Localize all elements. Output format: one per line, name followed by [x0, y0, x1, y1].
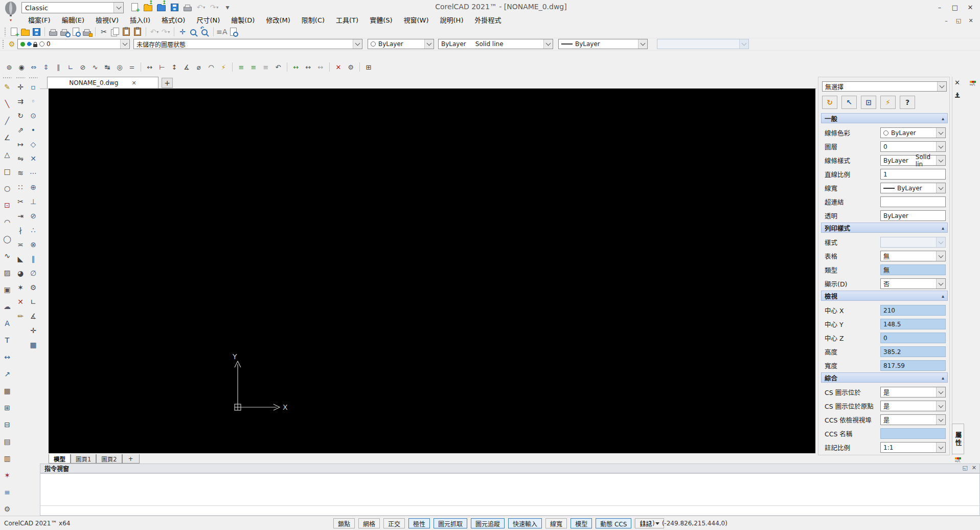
redo-button[interactable]: ↷▾: [209, 2, 220, 13]
sheet-tab-2[interactable]: 圖頁2: [96, 454, 122, 463]
workspace-dropdown[interactable]: Classic: [21, 2, 124, 13]
menu-item-1[interactable]: 編輯(E): [56, 15, 90, 26]
ortho-mode-button[interactable]: ∟: [28, 296, 39, 307]
snap-endpoint-button[interactable]: ▫: [28, 81, 39, 93]
property-input[interactable]: [880, 196, 946, 207]
toolbar-options-button[interactable]: ▾: [222, 2, 233, 13]
zoom-dynamic-button[interactable]: [188, 26, 199, 37]
undo-button[interactable]: ↶▾: [195, 2, 207, 13]
status-toggle-5[interactable]: 圖元追蹤: [471, 518, 505, 528]
rotate-tool-button[interactable]: ↻: [15, 110, 26, 121]
array-tool-button[interactable]: ∷: [15, 182, 26, 193]
doc-minimize-button[interactable]: –: [940, 16, 952, 26]
print-preview-button[interactable]: [59, 26, 70, 37]
menu-item-2[interactable]: 檢視(V): [90, 15, 124, 26]
collapse-icon[interactable]: ▴: [942, 225, 944, 231]
selection-dropdown[interactable]: 無選擇: [822, 81, 947, 92]
import-drawing-button[interactable]: [155, 2, 167, 13]
text-tool-button[interactable]: A: [2, 318, 13, 329]
region-tool-button[interactable]: ▣: [2, 284, 13, 295]
constraint-coincident-button[interactable]: ⊚: [3, 61, 15, 73]
layer-dropdown[interactable]: 0: [17, 39, 130, 49]
snap-nearest-button[interactable]: ∴: [28, 225, 39, 236]
section-header-3[interactable]: 綜合▴: [821, 372, 948, 383]
menu-item-3[interactable]: 插入(I): [124, 15, 156, 26]
restore-constraints-button[interactable]: ↶: [272, 61, 284, 73]
edit-tool-button[interactable]: ✎: [2, 81, 13, 93]
preview-button[interactable]: [70, 26, 81, 37]
help-button[interactable]: ?: [900, 96, 915, 109]
delete-tool-button[interactable]: ✕: [15, 296, 26, 307]
dim-constraint-vertical-button[interactable]: ↕: [168, 61, 180, 73]
split-tool-button[interactable]: ∤: [15, 225, 26, 236]
toolbar-grip[interactable]: [16, 77, 25, 79]
pan-button[interactable]: ✛: [177, 26, 188, 37]
section-header-1[interactable]: 列印樣式▴: [821, 223, 948, 233]
collapse-icon[interactable]: ▴: [942, 293, 944, 299]
block-define-tool-button[interactable]: ⊟: [2, 419, 13, 430]
copy-constrained-button[interactable]: ⊞: [362, 61, 375, 73]
property-painter-tool-button[interactable]: ✏: [15, 311, 26, 322]
minimize-button[interactable]: –: [932, 1, 947, 13]
status-toggle-8[interactable]: 模型: [571, 518, 592, 528]
layer-manager-button[interactable]: ⚙: [6, 38, 17, 50]
property-dropdown[interactable]: 是: [880, 401, 946, 411]
property-dropdown[interactable]: ByLayerSolid lin: [880, 155, 946, 166]
snap-parallel-button[interactable]: ∥: [28, 253, 39, 264]
note-tool-button[interactable]: T: [2, 335, 13, 346]
circle-tool-button[interactable]: ○: [2, 183, 13, 194]
command-input[interactable]: [40, 505, 979, 515]
section-header-0[interactable]: 一般▴: [821, 113, 948, 123]
snap-tangent-button[interactable]: ⊘: [28, 210, 39, 222]
weld-tool-button[interactable]: ≍: [15, 239, 26, 250]
doc-close-button[interactable]: ✕: [965, 16, 977, 26]
toolbar-grip[interactable]: [4, 27, 6, 36]
open-button[interactable]: [19, 26, 31, 37]
offset-tool-button[interactable]: ≋: [15, 167, 26, 179]
status-toggle-0[interactable]: 鎖點: [333, 518, 355, 528]
scale-tool-button[interactable]: ⇗: [15, 124, 26, 136]
block-insert-tool-button[interactable]: ⊞: [2, 402, 13, 413]
sheet-tab-0[interactable]: 模型: [49, 454, 71, 463]
dim-constraint-auto-button[interactable]: ⚡: [217, 61, 230, 73]
select-entities-button[interactable]: ↻: [822, 96, 837, 109]
image-attach-tool-button[interactable]: ▤: [2, 436, 13, 447]
toolbar-grip[interactable]: [2, 39, 4, 49]
dim-constraint-angular-button[interactable]: ∡: [180, 61, 193, 73]
collapse-icon[interactable]: ▴: [942, 116, 944, 121]
constraint-tangent-button[interactable]: ⊘: [77, 61, 89, 73]
status-toggle-6[interactable]: 快速輸入: [508, 518, 542, 528]
cloud-tool-button[interactable]: ☁: [2, 301, 13, 312]
toolbar-grip[interactable]: [29, 77, 38, 79]
dim-constraint-arc-button[interactable]: ◠: [205, 61, 217, 73]
show-selected-dim-constraints-button[interactable]: ↔: [302, 61, 314, 73]
status-toggle-7[interactable]: 線寬: [545, 518, 567, 528]
close-panel-icon[interactable]: ✕: [954, 79, 960, 86]
print-button[interactable]: [48, 26, 59, 37]
close-tab-icon[interactable]: ✕: [131, 80, 136, 86]
command-window-restore-icon[interactable]: ◱: [962, 465, 967, 471]
property-dropdown[interactable]: 是: [880, 387, 946, 398]
polar-mode-button[interactable]: ∡: [28, 311, 39, 322]
status-toggle-1[interactable]: 網格: [358, 518, 380, 528]
status-toggle-3[interactable]: 極性: [408, 518, 430, 528]
undo-button[interactable]: ↶▾: [149, 26, 160, 37]
menu-item-12[interactable]: 說明(H): [435, 15, 469, 26]
snap-intersection-button[interactable]: ✕: [28, 153, 39, 164]
grid-mode-button[interactable]: ▦: [28, 339, 39, 350]
line-style-dropdown[interactable]: ByLayer Solid line: [438, 39, 553, 49]
save-button[interactable]: [169, 2, 180, 13]
open-drawing-button[interactable]: [142, 2, 153, 13]
snap-quadrant-button[interactable]: ◇: [28, 139, 39, 150]
command-history[interactable]: [40, 473, 980, 516]
status-toggle-4[interactable]: 圖元抓取: [434, 518, 467, 528]
hatch-tool-button[interactable]: ▨: [2, 267, 13, 278]
constraint-parallel-button[interactable]: ∥: [52, 61, 64, 73]
constraint-symmetric-button[interactable]: ↹: [101, 61, 113, 73]
constraint-concentric-button[interactable]: ◎: [113, 61, 126, 73]
leader-tool-button[interactable]: ↗: [2, 368, 13, 380]
palette-icon[interactable]: [954, 457, 963, 465]
constraint-vertical-button[interactable]: ⇕: [40, 61, 52, 73]
cut-button[interactable]: ✂: [98, 26, 109, 37]
fillet-tool-button[interactable]: ◕: [15, 268, 26, 279]
